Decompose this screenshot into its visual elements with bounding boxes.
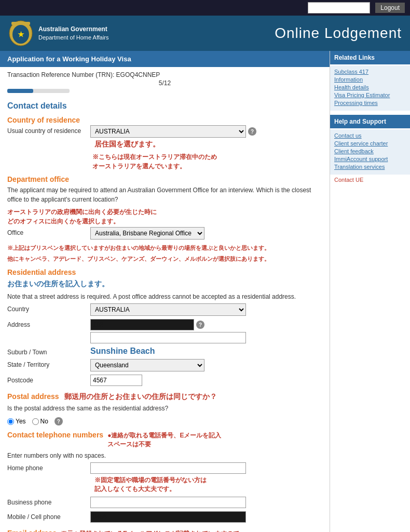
sidebar-link-visa-pricing[interactable]: Visa Pricing Estimator	[334, 92, 406, 98]
contact-ue-annotation: Contact UE	[330, 175, 410, 185]
country-of-residence-title: Country of residence	[0, 113, 330, 125]
office-control: Australia, Brisbane Regional Office	[90, 227, 322, 240]
postal-radio-group: Yes No ?	[7, 415, 322, 428]
top-bar: Logout	[0, 0, 410, 16]
home-phone-input[interactable]	[90, 462, 246, 474]
state-label: State / Territory	[7, 359, 90, 368]
res-country-control: AUSTRALIA	[90, 303, 322, 316]
postcode-control	[90, 375, 322, 386]
department-desc: The applicant may be required to attend …	[0, 184, 330, 206]
header-logo: ★ Australian Government Department of Ho…	[8, 20, 109, 47]
sidebar-link-information[interactable]: Information	[334, 76, 406, 83]
sidebar: Related Links Subclass 417 Information H…	[330, 51, 410, 532]
address-line1-input[interactable]	[90, 319, 194, 330]
contact-details-title: Contact details	[0, 97, 330, 113]
sidebar-link-contact-us[interactable]: Contact us	[334, 132, 406, 139]
progress-fill	[7, 89, 33, 93]
business-phone-label: Business phone	[7, 497, 90, 506]
country-residence-label: Usual country of residence	[7, 125, 90, 135]
content-area: Application for a Working Holiday Visa T…	[0, 51, 330, 532]
related-links-list: Subclass 417 Information Health details …	[330, 65, 410, 111]
sidebar-link-client-feedback[interactable]: Client feedback	[334, 148, 406, 154]
home-phone-row: Home phone ※固定電話や職場の電話番号がない方は 記入しなくても大丈夫…	[7, 462, 322, 494]
postal-no-radio[interactable]	[32, 418, 39, 425]
address-help-icon[interactable]: ?	[196, 321, 204, 329]
sidebar-link-translation[interactable]: Translation services	[334, 164, 406, 170]
postal-annotation: 郵送用の住所とお住まいの住所は同じですか？	[64, 392, 217, 402]
home-phone-control: ※固定電話や職場の電話番号がない方は 記入しなくても大丈夫です。	[90, 462, 322, 494]
gov-text: Australian Government Department of Home…	[38, 25, 109, 42]
page-title: Online Lodgement	[275, 25, 402, 42]
res-country-label: Country	[7, 303, 90, 313]
country-help-icon[interactable]: ?	[248, 127, 256, 136]
country-residence-select[interactable]: AUSTRALIA	[90, 125, 246, 138]
country-residence-row: Usual country of residence AUSTRALIA ? 居…	[7, 125, 322, 149]
contact-tel-title: Contact telephone numbers	[7, 431, 103, 439]
email-annotation: ※元々登録されているEメールアドレスが記載されていますので そのままで大丈夫です…	[61, 529, 239, 532]
home-phone-annotation: ※固定電話や職場の電話番号がない方は 記入しなくても大丈夫です。	[94, 476, 207, 494]
state-select[interactable]: Queensland	[90, 359, 204, 371]
header: ★ Australian Government Department of Ho…	[0, 16, 410, 51]
office-select[interactable]: Australia, Brisbane Regional Office	[90, 227, 204, 240]
office-annotation3: ※上記はブリスベンを選択していますがお住まいの地域から最寄りの場所を選ぶと良いか…	[0, 243, 330, 254]
help-support-title: Help and Support	[330, 115, 410, 128]
country-residence-control: AUSTRALIA ? 居住国を選びます。	[90, 125, 322, 149]
postal-yes-radio[interactable]	[7, 418, 14, 425]
business-phone-input[interactable]	[90, 497, 246, 508]
country-annotation: 居住国を選びます。	[94, 140, 160, 149]
state-control: Queensland	[90, 359, 322, 371]
contact-tel-form: Home phone ※固定電話や職場の電話番号がない方は 記入しなくても大丈夫…	[0, 462, 330, 523]
residential-desc: Note that a street address is required. …	[0, 291, 330, 303]
postal-address-header: Postal address 郵送用の住所とお住まいの住所は同じですか？	[0, 389, 330, 403]
progress-bar	[7, 89, 70, 93]
postcode-label: Postcode	[7, 375, 90, 384]
coat-of-arms-icon: ★	[8, 20, 33, 47]
contact-tel-desc: Enter numbers only with no spaces.	[0, 450, 330, 462]
address-line2-input[interactable]	[90, 332, 246, 343]
suburb-control: Sunshine Beach	[90, 347, 322, 356]
postal-yes-label[interactable]: Yes	[7, 418, 26, 425]
sidebar-link-client-service[interactable]: Client service charter	[334, 140, 406, 147]
country-of-residence-form: Usual country of residence AUSTRALIA ? 居…	[0, 125, 330, 171]
contact-tel-annotation: ●連絡が取れる電話番号、Eメールを記入 スペースは不要	[107, 431, 221, 449]
residential-annotation-title: お住まいの住所を記入します。	[0, 277, 330, 291]
address-block: ?	[90, 319, 246, 343]
logout-button[interactable]: Logout	[375, 3, 405, 13]
postal-desc: Is the postal address the same as the re…	[0, 403, 330, 415]
mobile-phone-label: Mobile / Cell phone	[7, 511, 90, 521]
suburb-row: Suburb / Town Sunshine Beach	[7, 347, 322, 356]
sidebar-link-processing[interactable]: Processing times	[334, 100, 406, 106]
gov-line2: Department of Home Affairs	[38, 34, 109, 42]
country-annotation2: ※こちらは現在オーストラリア滞在中のため オーストラリアを選んでいます。	[92, 152, 322, 171]
postal-help-icon[interactable]: ?	[54, 417, 63, 425]
suburb-value: Sunshine Beach	[90, 347, 155, 356]
page-number: 5/12	[7, 79, 322, 87]
sidebar-link-subclass417[interactable]: Subclass 417	[334, 69, 406, 75]
sidebar-link-health[interactable]: Health details	[334, 84, 406, 90]
postcode-input[interactable]	[90, 375, 142, 386]
postal-address-title: Postal address	[7, 392, 59, 401]
mobile-phone-input[interactable]	[90, 511, 246, 523]
res-address-row: Address ?	[7, 319, 322, 343]
svg-rect-3	[11, 22, 30, 25]
department-office-form: Office Australia, Brisbane Regional Offi…	[0, 227, 330, 240]
office-label: Office	[7, 227, 90, 236]
trn-area: Transaction Reference Number (TRN): EGOQ…	[0, 67, 330, 97]
contact-tel-header: Contact telephone numbers ●連絡が取れる電話番号、Eメ…	[0, 428, 330, 450]
app-title-bar: Application for a Working Holiday Visa	[0, 51, 330, 67]
dept-annotation1: オーストラリアの政府機関に出向く必要が生じた時に どのオフィスに出向くかを選択し…	[0, 207, 330, 226]
office-annotation4: 他にキャンベラ、アデレード、ブリスベン、ケアンズ、ダーウィン、メルボルンが選択肢…	[0, 255, 330, 264]
email-title: Email address	[7, 529, 57, 532]
res-address-control: ?	[90, 319, 322, 343]
top-bar-input[interactable]	[308, 2, 370, 14]
state-row: State / Territory Queensland	[7, 359, 322, 371]
residential-address-title: Residential address	[0, 265, 330, 277]
res-country-row: Country AUSTRALIA	[7, 303, 322, 316]
sidebar-link-immiaccount[interactable]: ImmiAccount support	[334, 156, 406, 162]
res-address-label: Address	[7, 319, 90, 328]
help-links-list: Contact us Client service charter Client…	[330, 129, 410, 175]
postcode-row: Postcode	[7, 375, 322, 386]
res-country-select[interactable]: AUSTRALIA	[90, 303, 246, 316]
postal-no-label[interactable]: No	[32, 418, 48, 425]
residential-address-form: Country AUSTRALIA Address ?	[0, 303, 330, 386]
